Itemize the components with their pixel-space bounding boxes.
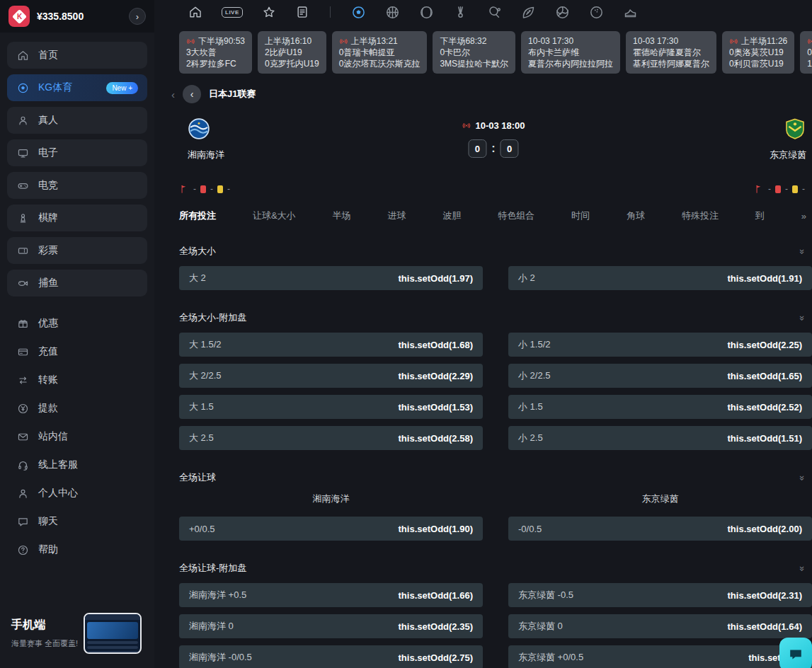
back-button[interactable]: ‹ — [183, 85, 201, 103]
home-nav-icon[interactable] — [188, 5, 202, 19]
match-header: 湘南海洋 10-03 18:00 0 : 0 东京绿茵 — [179, 117, 808, 174]
sidebar-item-envelope[interactable]: 站内信 — [7, 422, 147, 451]
sidebar-item-person-cards[interactable]: 真人 — [7, 107, 147, 134]
sport-badminton-icon[interactable] — [453, 5, 468, 20]
sidebar-item-lottery-ticket[interactable]: 彩票 — [7, 237, 147, 264]
live-nav-icon[interactable]: LIVE — [222, 7, 243, 18]
odds-value: this.setOdd(1.90) — [399, 524, 473, 534]
sidebar-item-headset[interactable]: 线上客服 — [7, 451, 147, 479]
odds-cell[interactable]: 大 1.5/2this.setOdd(1.68) — [179, 333, 483, 357]
odds-cell[interactable]: 大 2this.setOdd(1.97) — [179, 266, 483, 290]
sidebar-item-gamepad[interactable]: 电竞 — [7, 172, 147, 199]
tab-2[interactable]: 半场 — [332, 209, 350, 222]
odds-cell[interactable]: 小 2/2.5this.setOdd(1.65) — [508, 364, 812, 388]
sidebar-item-coin[interactable]: 提款 — [7, 394, 147, 422]
odds-cell[interactable]: 湘南海洋 0this.setOdd(2.35) — [179, 614, 483, 638]
match-card[interactable]: 上半场13:210普瑞卡帕提亚0波尔塔瓦沃尔斯克拉 — [332, 31, 428, 74]
sidebar-item-label: 首页 — [38, 49, 58, 62]
tab-6[interactable]: 时间 — [571, 209, 590, 222]
sport-boot-icon[interactable] — [623, 5, 638, 20]
sport-american-football-icon[interactable] — [521, 5, 536, 20]
sidebar-item-transfer-arrows[interactable]: 转账 — [7, 366, 147, 394]
sport-bowling-icon[interactable] — [589, 5, 604, 20]
chess-icon — [16, 212, 29, 224]
odds-cell[interactable]: 大 2.5this.setOdd(2.58) — [179, 426, 483, 450]
sport-basketball-icon[interactable] — [385, 5, 400, 20]
tab-5[interactable]: 特色组合 — [498, 209, 534, 222]
match-card[interactable]: 上半场16:102比萨U190克罗托内U19 — [258, 31, 326, 74]
tab-4[interactable]: 波胆 — [442, 209, 461, 222]
more-tabs-icon[interactable]: » — [801, 211, 806, 221]
home-icon — [16, 50, 29, 62]
section-header[interactable]: 全场大小» — [179, 245, 812, 258]
person-cards-icon — [16, 115, 29, 127]
score-separator: : — [491, 142, 495, 155]
odds-cell[interactable]: +0/0.5this.setOdd(1.90) — [179, 517, 483, 541]
mobile-app-promo[interactable]: 手机端 海量赛事 全面覆盖! — [0, 603, 154, 668]
sport-volleyball-icon[interactable] — [555, 5, 570, 20]
sidebar-menu-main: 首页KG体育New +真人电子电竞棋牌彩票捕鱼 — [0, 33, 154, 302]
sidebar-item-gift[interactable]: 优惠 — [7, 309, 147, 338]
odds-cell[interactable]: 东京绿茵 -0.5this.setOdd(2.31) — [508, 583, 812, 607]
sport-baseball-icon[interactable] — [419, 5, 434, 20]
odds-value: this.setOdd(1.91) — [728, 273, 802, 284]
sidebar-item-fish[interactable]: 捕鱼 — [7, 270, 147, 296]
balance-expand-button[interactable]: › — [129, 8, 146, 25]
section-header[interactable]: 全场让球-附加盘» — [179, 562, 812, 575]
sidebar-item-question-circle[interactable]: 帮助 — [7, 536, 147, 564]
sidebar-item-slot-machine[interactable]: 电子 — [7, 139, 147, 166]
brand-logo[interactable]: K — [8, 6, 30, 27]
favorites-star-icon[interactable] — [262, 5, 276, 19]
sport-soccer-icon[interactable] — [351, 5, 366, 20]
sidebar-item-chess[interactable]: 棋牌 — [7, 205, 147, 231]
odds-cell[interactable]: 小 2.5this.setOdd(1.51) — [508, 426, 812, 450]
tab-9[interactable]: 到 — [755, 209, 765, 222]
sidebar-item-soccer[interactable]: KG体育New + — [7, 74, 147, 101]
odds-cell[interactable]: 大 2/2.5this.setOdd(2.29) — [179, 364, 483, 388]
tab-7[interactable]: 角球 — [627, 209, 645, 222]
odds-value: this.setOdd(1.53) — [399, 402, 473, 413]
collapse-section-icon[interactable]: » — [797, 248, 808, 253]
odds-cell[interactable]: 湘南海洋 -0/0.5this.setOdd(2.75) — [179, 645, 483, 668]
collapse-panel-icon[interactable]: ‹ — [171, 88, 175, 100]
odds-cell[interactable]: 东京绿茵 0this.setOdd(1.64) — [508, 614, 812, 638]
odds-cell[interactable]: -0/0.5this.setOdd(2.00) — [508, 517, 812, 541]
match-card[interactable]: 10-03 17:30霍德哈萨隆夏普尔基利亚特阿娜夏普尔 — [626, 31, 716, 74]
odds-cell[interactable]: 小 2this.setOdd(1.91) — [508, 266, 812, 290]
market-section: 全场让球-附加盘»湘南海洋 +0.5this.setOdd(1.66)东京绿茵 … — [179, 562, 812, 668]
sidebar-item-label: 彩票 — [38, 244, 58, 257]
tab-3[interactable]: 进球 — [387, 209, 406, 222]
sidebar-item-label: 帮助 — [38, 543, 58, 556]
match-card[interactable]: 下半场90:533大坎普2科罗拉多FC — [179, 31, 252, 74]
match-card[interactable]: 下半场68:320卡巴尔3MS提拉哈卡默尔 — [433, 31, 515, 74]
sidebar-item-chat-bubble[interactable]: 聊天 — [7, 507, 147, 536]
match-team: 0波尔塔瓦沃尔斯克拉 — [339, 58, 421, 69]
tab-1[interactable]: 让球&大小 — [253, 209, 296, 222]
collapse-section-icon[interactable]: » — [797, 315, 808, 320]
sport-table-tennis-icon[interactable] — [487, 5, 502, 20]
match-card[interactable]: 10-03 17:30布内卡兰萨维夏普尔布内阿拉拉阿拉 — [521, 31, 620, 74]
sidebar-item-user[interactable]: 个人中心 — [7, 479, 147, 507]
chat-fab[interactable] — [779, 638, 812, 668]
odds-cell[interactable]: 小 1.5/2this.setOdd(2.25) — [508, 333, 812, 357]
sidebar-item-bank-card[interactable]: 充值 — [7, 338, 147, 366]
odds-cell[interactable]: 大 1.5this.setOdd(1.53) — [179, 395, 483, 419]
odds-label: 小 1.5/2 — [518, 338, 551, 351]
collapse-section-icon[interactable]: » — [797, 565, 808, 570]
tab-8[interactable]: 特殊投注 — [682, 209, 719, 222]
sidebar-item-home[interactable]: 首页 — [7, 42, 147, 69]
tab-0[interactable]: 所有投注 — [179, 209, 216, 222]
match-time: 下半场90:53 — [186, 35, 245, 47]
section-title: 全场大小-附加盘 — [179, 311, 246, 324]
section-header[interactable]: 全场大小-附加盘» — [179, 311, 812, 324]
bet-slip-icon[interactable] — [295, 5, 309, 19]
section-header[interactable]: 全场让球» — [179, 471, 812, 484]
match-card[interactable]: 上半场11:260奥洛莫茨U190利贝雷茨U19 — [722, 31, 794, 74]
odds-cell[interactable]: 小 1.5this.setOdd(2.52) — [508, 395, 812, 419]
match-time: 上半场13:21 — [339, 35, 421, 47]
match-card[interactable]: 上半场0维1萨 — [800, 31, 812, 74]
odds-value: this.setOdd(2.75) — [399, 652, 473, 663]
odds-cell[interactable]: 湘南海洋 +0.5this.setOdd(1.66) — [179, 583, 483, 607]
collapse-section-icon[interactable]: » — [797, 475, 808, 480]
odds-cell[interactable]: 东京绿茵 +0/0.5this.setOdd( — [508, 645, 812, 668]
